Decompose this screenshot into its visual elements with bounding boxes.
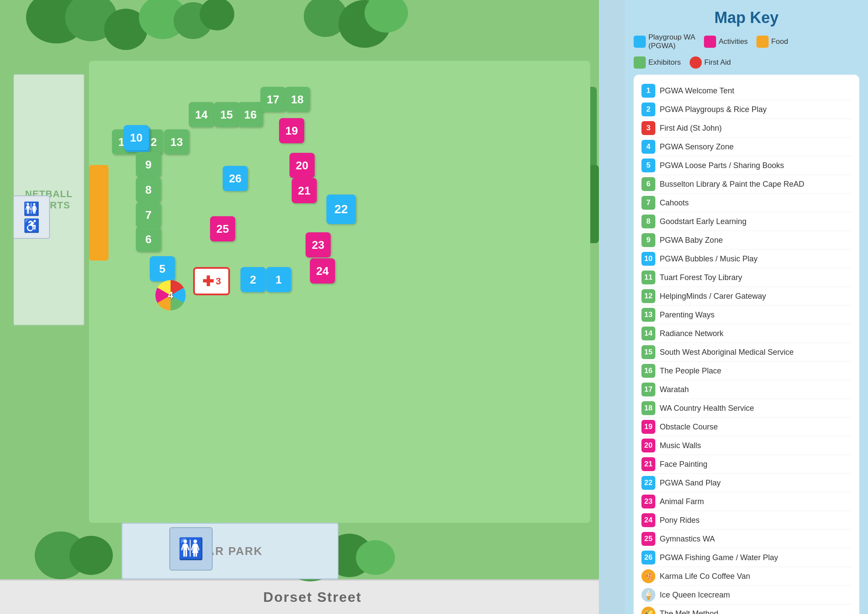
list-item: 11Tuart Forest Toy Library [641,268,852,287]
dorset-street-road: Dorset Street [0,579,625,614]
marker-16: 16 [238,102,263,127]
item-label: Pony Rides [660,516,700,525]
legend-swatch-pink [704,36,716,48]
item-number: 2 [641,102,655,116]
items-list: 1PGWA Welcome Tent2PGWA Playgroups & Ric… [641,82,852,614]
list-item: 10PGWA Bubbles / Music Play [641,250,852,268]
legend-label-activities: Activities [719,37,748,46]
item-number: 25 [641,532,655,546]
item-number: 🍕 [641,569,655,583]
marker-13: 13 [164,129,189,155]
legend-firstaid: First Aid [690,56,731,69]
item-label: The People Place [660,366,721,376]
map-area: Dorset Street King Street NETBALLCOURTS … [0,0,625,614]
list-item: 18WA Country Health Service [641,399,852,418]
map-key-title: Map Key [634,9,859,27]
legend-label-exhibitors: Exhibitors [648,58,681,67]
item-label: Ice Queen Icecream [660,591,730,600]
cross-icon: ✚ [202,273,214,290]
marker-14: 14 [189,102,214,127]
item-number: 23 [641,495,655,508]
toilet-icon-2: 🚻 [178,537,204,561]
item-label: First Aid (St John) [660,124,722,133]
item-label: WA Country Health Service [660,404,754,413]
item-number: 🌮 [641,607,655,614]
sidebar: Map Key Playgroup WA(PGWA) Activities Fo… [625,0,868,614]
legend-label-food: Food [771,37,788,46]
item-number: 4 [641,140,655,154]
list-item: 24Pony Rides [641,511,852,530]
item-label: PGWA Welcome Tent [660,86,734,96]
item-label: Waratah [660,385,689,394]
legend-swatch-blue [634,36,646,48]
legend-label-pgwa: Playgroup WA(PGWA) [648,33,695,50]
food-stall-orange [89,165,108,261]
legend-food: Food [756,36,788,48]
item-number: 10 [641,252,655,266]
legend-row: Playgroup WA(PGWA) Activities Food [634,33,859,50]
item-number: 13 [641,308,655,322]
first-aid-number: 3 [216,276,221,287]
marker-4: 4 [155,280,186,310]
marker-5: 5 [150,256,175,281]
marker-8: 8 [136,177,161,202]
item-number: 22 [641,476,655,490]
item-label: Karma Life Co Coffee Van [660,572,750,581]
item-number: 12 [641,289,655,303]
item-number: 24 [641,513,655,527]
list-item: 23Animal Farm [641,492,852,511]
list-item: 15South West Aboriginal Medical Service [641,343,852,362]
legend-swatch-green [634,56,646,69]
accessible-icon: ♿ [23,218,39,233]
item-label: Animal Farm [660,497,704,506]
item-number: 18 [641,401,655,415]
legend-row-2: Exhibitors First Aid [634,56,859,69]
item-label: Face Painting [660,460,707,469]
item-label: PGWA Bubbles / Music Play [660,254,757,264]
item-number: 1 [641,84,655,98]
item-label: Goodstart Early Learning [660,217,746,226]
marker-1: 1 [266,267,291,292]
legend-swatch-orange [756,36,769,48]
item-number: 3 [641,121,655,135]
item-label: The Melt Method [660,609,718,614]
legend-swatch-red [690,56,702,69]
list-item: 2PGWA Playgroups & Rice Play [641,100,852,119]
item-number: 20 [641,439,655,452]
item-number: 15 [641,345,655,359]
marker-26: 26 [223,166,248,191]
marker-18: 18 [285,87,310,112]
item-number: 21 [641,457,655,471]
list-item: 20Music Walls [641,436,852,455]
item-label: PGWA Fishing Game / Water Play [660,553,778,562]
marker-17: 17 [260,87,286,112]
items-box: 1PGWA Welcome Tent2PGWA Playgroups & Ric… [634,75,859,614]
marker-10-actual: 10 [124,125,149,150]
marker-2: 2 [240,267,266,292]
list-item: 🍦Ice Queen Icecream [641,586,852,604]
list-item: 22PGWA Sand Play [641,474,852,492]
item-number: 6 [641,177,655,191]
item-label: Radiance Network [660,329,723,338]
item-label: Busselton Library & Paint the Cape ReAD [660,180,804,189]
list-item: 3First Aid (St John) [641,119,852,138]
list-item: 🌮The Melt Method [641,604,852,614]
item-label: PGWA Baby Zone [660,236,723,245]
item-number: 9 [641,233,655,247]
item-number: 5 [641,158,655,172]
list-item: 21Face Painting [641,455,852,474]
tree-cluster [356,540,395,575]
first-aid-marker: ✚ 3 [193,267,230,295]
list-item: 4PGWA Sensory Zone [641,138,852,156]
item-label: PGWA Playgroups & Rice Play [660,105,766,114]
item-number: 7 [641,196,655,210]
item-label: PGWA Sand Play [660,479,720,488]
item-label: Music Walls [660,441,701,450]
marker-20: 20 [289,153,315,178]
legend-pgwa: Playgroup WA(PGWA) [634,33,695,50]
toilet-icon: 🚻 [23,201,39,216]
item-label: Parenting Ways [660,310,714,320]
item-label: PGWA Sensory Zone [660,142,733,152]
list-item: 🍕Karma Life Co Coffee Van [641,567,852,586]
marker-23: 23 [306,232,331,257]
